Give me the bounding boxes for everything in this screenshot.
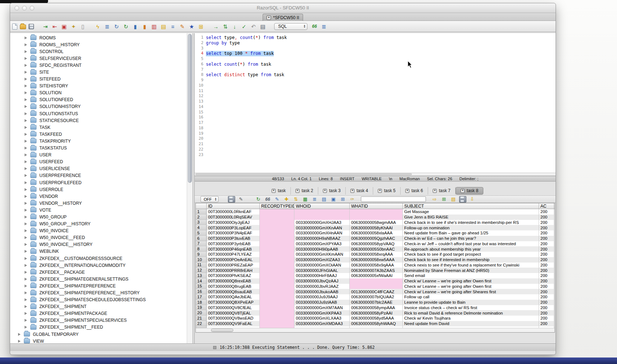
cell-whatid[interactable]: 00630000005xfWaAAI <box>350 273 403 278</box>
cell-whoid[interactable]: 0033000000JbvRJAAZ <box>294 284 350 289</box>
cell-whatid[interactable]: 006300000058yPzAAI <box>350 310 403 316</box>
table-row[interactable]: 1600T3000000Q8sauEAB0033000000JbukoAAB00… <box>196 289 555 294</box>
disconnect-icon[interactable]: ⇤ <box>51 23 58 30</box>
tree-item[interactable]: VIEW <box>10 338 187 343</box>
cell-subject[interactable]: Check-in w/ Jeff – couldn't afford last … <box>403 241 539 247</box>
cell-ac[interactable]: 200 <box>539 305 554 311</box>
cell-whoid[interactable]: 0033000000JbvQzAAJ <box>294 278 350 284</box>
refresh-page-icon[interactable]: ↻ <box>113 23 120 30</box>
close-window-icon[interactable] <box>14 6 19 10</box>
cell-num[interactable]: 6 <box>196 236 207 241</box>
cell-num[interactable]: 7 <box>196 241 207 247</box>
cell-num[interactable]: 4 <box>196 225 207 230</box>
disclosure-triangle-icon[interactable] <box>25 36 27 39</box>
save-results-icon[interactable] <box>228 196 235 203</box>
cell-whatid[interactable]: 006300000058wgmAAA <box>350 220 403 225</box>
results-hscrollbar[interactable] <box>196 328 555 333</box>
editor-hscrollbar-thumb[interactable] <box>195 173 412 175</box>
cell-num[interactable]: 8 <box>196 246 207 252</box>
describe-table-icon[interactable]: ≣ <box>104 23 111 30</box>
tree-item[interactable]: W50_INVOICE <box>10 228 187 234</box>
cell-whoid[interactable]: 0033000000GmXHnAAN <box>294 230 350 236</box>
cell-subject[interactable]: Follow up call <box>403 294 539 300</box>
quotes-icon[interactable]: 66 <box>264 196 271 203</box>
select-columns-icon[interactable]: ≣ <box>311 196 318 203</box>
cell-subject[interactable]: Give Jenn a BIG RAISE <box>403 214 539 220</box>
tree-item[interactable]: USERROLE <box>10 186 187 193</box>
cell-ac[interactable]: 200 <box>539 246 554 252</box>
cell-subject[interactable]: Check back to see if interested in membe… <box>403 257 539 263</box>
table-row[interactable]: 1100T3000000PREZaEAP0033000000GmXOiAAN00… <box>196 263 555 268</box>
cell-whatid[interactable]: 006300000058xrqAAA <box>350 252 403 257</box>
cell-subject[interactable]: Check w/ Kevin Tsujihara <box>403 316 539 321</box>
favorites-star-icon[interactable]: ★ <box>188 23 195 30</box>
cell-whoid[interactable]: 0033000000GmXKmAAN <box>294 252 350 257</box>
result-tab[interactable]: ✕task <box>267 187 291 195</box>
cell-subject[interactable]: Check w/ Leanne – we're going after Owen… <box>403 284 539 289</box>
close-tab-icon[interactable]: ✕ <box>295 189 299 193</box>
disclosure-triangle-icon[interactable] <box>25 98 27 101</box>
cell-whoid[interactable]: 0033000000H9aNBAAZ <box>294 236 350 241</box>
cell-ac[interactable]: 200 <box>539 252 554 257</box>
result-tab[interactable]: ✕task 5 <box>373 187 401 195</box>
cell-subject[interactable]: Check nexis to see if they've found a re… <box>403 263 539 268</box>
disclosure-triangle-icon[interactable] <box>25 50 27 53</box>
cell-ac[interactable]: 200 <box>539 214 554 220</box>
cell-whatid[interactable]: 006300000058yd5AAA <box>350 316 403 321</box>
cell-num[interactable]: 19 <box>196 305 207 311</box>
cell-recordtypeid[interactable] <box>260 236 294 241</box>
disclosure-triangle-icon[interactable] <box>25 112 27 115</box>
table-row[interactable]: 2000T3000000QV8TjEAL0033000000GmXKPAA300… <box>196 310 555 316</box>
disclosure-triangle-icon[interactable] <box>25 119 27 122</box>
close-tab-icon[interactable]: ✕ <box>272 189 276 193</box>
cell-id[interactable]: 00T3000000POeAnEAL <box>207 257 260 263</box>
table-row[interactable]: 1900T3000000QV8CfEAL0033000000GmXM7AAN00… <box>196 305 555 311</box>
cell-subject[interactable]: Send email <box>403 273 539 278</box>
form-view-icon[interactable]: ▤ <box>320 196 328 203</box>
disclosure-triangle-icon[interactable] <box>25 243 27 246</box>
disclosure-triangle-icon[interactable] <box>25 84 27 87</box>
cell-id[interactable]: 00T3000000L0RknEAF <box>207 209 260 214</box>
disclosure-triangle-icon[interactable] <box>25 257 27 260</box>
disclosure-triangle-icon[interactable] <box>25 78 27 81</box>
table-row[interactable]: 1300T3000000PfvKSEAZ0033000000HirF8AAJ00… <box>196 273 555 278</box>
cell-whoid[interactable]: 0033000000GmXPYAA3 <box>294 241 350 247</box>
filter-results-icon[interactable]: ✎ <box>237 196 245 203</box>
cell-id[interactable]: 00T3000000QV8CfEAL <box>207 305 260 311</box>
tree-item[interactable]: USERLICENSE <box>10 165 187 172</box>
disclosure-triangle-icon[interactable] <box>25 140 27 143</box>
close-tab-icon[interactable]: ✕ <box>378 189 382 193</box>
tree-item[interactable]: SOLUTION <box>10 90 187 96</box>
disclosure-triangle-icon[interactable] <box>25 222 27 225</box>
tree-item[interactable]: SCONTROL <box>10 48 187 55</box>
cell-num[interactable]: 10 <box>196 257 207 263</box>
disclosure-triangle-icon[interactable] <box>25 195 27 198</box>
refresh-objects-icon[interactable]: ↻ <box>122 23 129 30</box>
disclosure-triangle-icon[interactable] <box>25 209 27 212</box>
copy-rows-icon[interactable]: ▣ <box>330 196 337 203</box>
cell-id[interactable]: 00T3000000Q8rexEAB <box>207 278 260 284</box>
results-search-input[interactable] <box>361 196 426 202</box>
open-file-icon[interactable] <box>20 25 26 29</box>
tree-item[interactable]: SITEFEED <box>10 76 187 83</box>
column-header-recordtypeid[interactable]: RECORDTYPEID <box>260 203 294 209</box>
cell-subject[interactable]: Leanne to provide update to Bain <box>403 300 539 305</box>
cell-num[interactable]: 5 <box>196 230 207 236</box>
minimize-window-icon[interactable] <box>22 6 27 10</box>
edit-sql-icon[interactable]: ✎ <box>179 23 186 30</box>
cell-subject[interactable]: Check w/ Leanne – we're going after Owen… <box>403 278 539 284</box>
column-header-ac[interactable]: AC <box>539 203 554 209</box>
disclosure-triangle-icon[interactable] <box>25 133 27 136</box>
disclosure-triangle-icon[interactable] <box>25 174 27 177</box>
cell-whatid[interactable]: 006300000058yhWAAQ <box>350 321 403 326</box>
cell-num[interactable]: 17 <box>196 294 207 300</box>
table-row[interactable]: 700T3000000P3yrbEAB0033000000GmXPYAA3006… <box>196 241 555 247</box>
tree-item[interactable]: W50_INVOICE__FEED <box>10 234 187 241</box>
table-row[interactable]: 500T3000000P3N4pEAF0033000000GmXHnAAN006… <box>196 230 555 236</box>
cell-recordtypeid[interactable] <box>260 214 294 220</box>
export-table-icon[interactable]: ⊞ <box>440 196 448 203</box>
cell-whatid[interactable]: 00630000007A3bZAAS <box>350 268 403 273</box>
cell-id[interactable]: 00T3000000P3LopEAF <box>207 225 260 230</box>
disclosure-triangle-icon[interactable] <box>25 216 27 218</box>
cell-recordtypeid[interactable] <box>260 263 294 268</box>
